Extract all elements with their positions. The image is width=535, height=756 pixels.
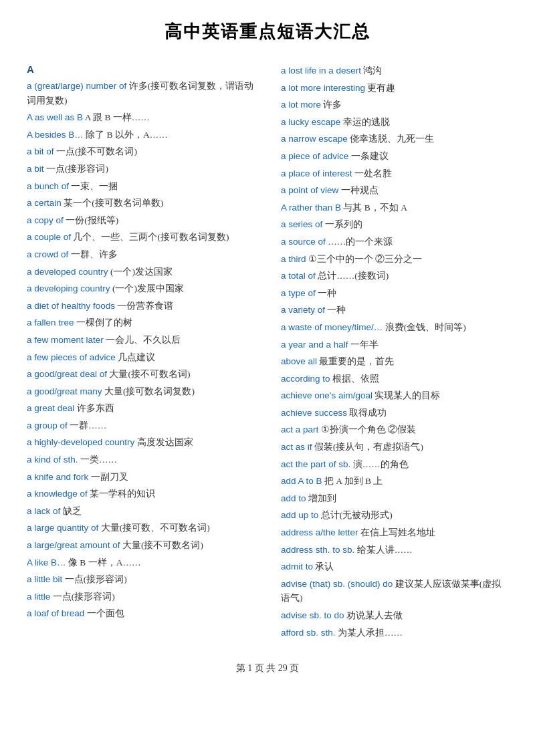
right-entry-10: a source of ……的一个来源 bbox=[281, 235, 508, 249]
entry-zh: 一种 bbox=[327, 305, 346, 315]
left-entry-12: a diet of healthy foods 一份营养食谱 bbox=[27, 299, 254, 313]
entry-zh: 一处名胜 bbox=[354, 168, 392, 178]
left-entry-18: a great deal 许多东西 bbox=[27, 401, 254, 416]
right-entries: a lost life in a desert 鸿沟a lot more int… bbox=[281, 64, 508, 640]
right-entry-16: a year and a half 一年半 bbox=[281, 338, 508, 352]
left-entry-21: a kind of sth. 一类…… bbox=[27, 453, 254, 467]
entry-en: a third bbox=[281, 254, 306, 264]
right-entry-22: act as if 假装(接从句，有虚拟语气) bbox=[281, 440, 508, 455]
left-entry-19: a group of 一群…… bbox=[27, 418, 254, 433]
entry-en: act as if bbox=[281, 442, 312, 452]
right-entry-26: add up to 总计(无被动形式) bbox=[281, 508, 508, 523]
entry-zh: (一个)发展中国家 bbox=[112, 283, 184, 293]
entry-zh: 承认 bbox=[315, 561, 334, 572]
entry-zh: 一点(接不可数名词) bbox=[56, 146, 137, 156]
entry-zh: 劝说某人去做 bbox=[346, 610, 403, 620]
entry-zh: 一类…… bbox=[80, 455, 117, 465]
left-entry-26: a large/great amount of 大量(接不可数名词) bbox=[27, 538, 254, 553]
left-entry-16: a good/great deal of 大量(接不可数名词) bbox=[27, 367, 254, 382]
left-entry-27: A like B… 像 B 一样，A…… bbox=[27, 555, 254, 570]
entry-zh: 最重要的是，首先 bbox=[319, 356, 394, 366]
entry-zh: 浪费(金钱、时间等) bbox=[385, 322, 466, 332]
left-entry-17: a good/great many 大量(接可数名词复数) bbox=[27, 384, 254, 399]
entry-zh: 演……的角色 bbox=[353, 459, 409, 469]
entry-zh: 实现某人的目标 bbox=[374, 390, 440, 400]
right-entry-9: a series of 一系列的 bbox=[281, 217, 508, 232]
left-entry-28: a little bit 一点(接形容词) bbox=[27, 572, 254, 587]
right-entry-11: a third ①三个中的一个 ②三分之一 bbox=[281, 252, 508, 267]
entry-zh: 一年半 bbox=[350, 340, 379, 350]
right-entry-20: achieve success 取得成功 bbox=[281, 406, 508, 420]
entry-zh: 增加到 bbox=[308, 493, 336, 503]
right-entry-29: admit to 承认 bbox=[281, 559, 508, 574]
entry-zh: 一份营养食谱 bbox=[117, 301, 173, 311]
entry-zh: 大量(接不可数名词) bbox=[122, 540, 203, 550]
entry-en: above all bbox=[281, 356, 317, 366]
entry-en: A as well as B bbox=[27, 112, 83, 122]
entry-zh: 一条建议 bbox=[351, 151, 389, 161]
entry-zh: 一会儿、不久以后 bbox=[106, 335, 181, 345]
entry-zh: 几点建议 bbox=[118, 352, 155, 362]
entry-en: a (great/large) number of bbox=[27, 81, 126, 91]
left-entry-29: a little 一点(接形容词) bbox=[27, 590, 254, 604]
entry-zh: 把 A 加到 B 上 bbox=[324, 476, 383, 486]
entry-zh: 总计……(接数词) bbox=[318, 271, 389, 281]
left-entry-15: a few pieces of advice 几点建议 bbox=[27, 350, 254, 365]
entry-en: a type of bbox=[281, 288, 316, 298]
entry-en: a waste of money/time/… bbox=[281, 322, 383, 332]
entry-en: a year and a half bbox=[281, 340, 348, 350]
entry-en: a highly-developed country bbox=[27, 437, 134, 447]
entry-en: a lot more interesting bbox=[281, 83, 365, 93]
entry-zh: 一副刀叉 bbox=[91, 472, 128, 482]
right-entry-27: address a/the letter 在信上写姓名地址 bbox=[281, 525, 508, 540]
entry-en: add to bbox=[281, 493, 306, 503]
entry-zh: 一棵倒了的树 bbox=[76, 318, 132, 328]
right-entry-17: above all 最重要的是，首先 bbox=[281, 354, 508, 369]
entry-en: achieve success bbox=[281, 408, 347, 418]
entry-en: a group of bbox=[27, 420, 68, 430]
right-entry-2: a lot more 许多 bbox=[281, 98, 508, 112]
entry-en: a fallen tree bbox=[27, 318, 74, 328]
right-entry-5: a piece of advice 一条建议 bbox=[281, 149, 508, 164]
right-entry-3: a lucky escape 幸运的逃脱 bbox=[281, 115, 508, 130]
left-entry-5: a bunch of 一束、一捆 bbox=[27, 179, 254, 194]
entry-en: A like B… bbox=[27, 557, 66, 568]
entry-zh: 根据、依照 bbox=[332, 374, 379, 384]
right-column: a lost life in a desert 鸿沟a lot more int… bbox=[268, 64, 508, 642]
left-column: A a (great/large) number of 许多(接可数名词复数，谓… bbox=[27, 64, 268, 642]
entry-zh: 一束、一捆 bbox=[71, 181, 118, 191]
right-entry-14: a variety of 一种 bbox=[281, 303, 508, 318]
entry-zh: 侥幸逃脱、九死一生 bbox=[350, 134, 434, 144]
entry-en: a good/great deal of bbox=[27, 369, 107, 379]
entry-en: a knowledge of bbox=[27, 489, 88, 499]
entry-en: a narrow escape bbox=[281, 134, 348, 144]
entry-zh: 一点(接形容词) bbox=[53, 592, 115, 602]
right-entry-13: a type of 一种 bbox=[281, 286, 508, 301]
entry-zh: 与其 B，不如 A bbox=[343, 203, 407, 213]
entry-en: a series of bbox=[281, 219, 322, 229]
section-letter-a: A bbox=[27, 64, 254, 75]
right-entry-7: a point of view 一种观点 bbox=[281, 183, 508, 198]
entry-en: a total of bbox=[281, 271, 316, 281]
right-entry-19: achieve one's aim/goal 实现某人的目标 bbox=[281, 388, 508, 403]
entry-zh: 一群…… bbox=[70, 420, 106, 430]
entry-en: a few pieces of advice bbox=[27, 352, 116, 362]
entry-en: a little bbox=[27, 592, 50, 602]
left-entry-6: a certain 某一个(接可数名词单数) bbox=[27, 196, 254, 211]
entry-zh: 在信上写姓名地址 bbox=[360, 527, 435, 537]
right-entry-15: a waste of money/time/… 浪费(金钱、时间等) bbox=[281, 320, 508, 335]
left-entry-30: a loaf of bread 一个面包 bbox=[27, 606, 254, 621]
entry-zh: ……的一个来源 bbox=[328, 237, 393, 247]
right-entry-1: a lot more interesting 更有趣 bbox=[281, 81, 508, 96]
entry-zh: 一种 bbox=[318, 288, 336, 298]
right-entry-25: add to 增加到 bbox=[281, 491, 508, 506]
entry-en: a lost life in a desert bbox=[281, 66, 361, 76]
left-entry-2: A besides B… 除了 B 以外，A…… bbox=[27, 128, 254, 142]
left-entries: a (great/large) number of 许多(接可数名词复数，谓语动… bbox=[27, 79, 254, 621]
entry-en: a piece of advice bbox=[281, 151, 348, 161]
entry-en: a bunch of bbox=[27, 181, 69, 191]
left-entry-9: a crowd of 一群、许多 bbox=[27, 247, 254, 262]
entry-en: a developing country bbox=[27, 283, 110, 293]
entry-zh: 大量(接可数名词复数) bbox=[104, 386, 195, 396]
entry-en: add A to B bbox=[281, 476, 322, 486]
